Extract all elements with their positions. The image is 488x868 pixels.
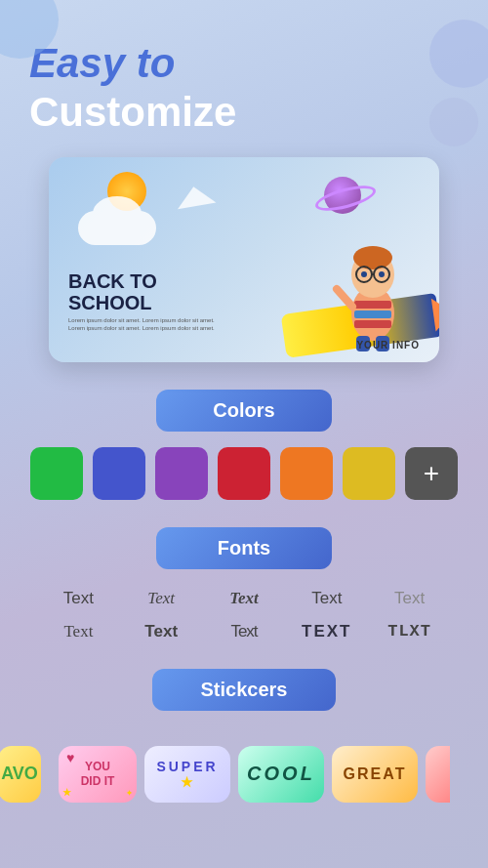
svg-point-9	[361, 271, 367, 277]
sticker-great-label: GREAT	[344, 765, 407, 783]
font-sample-3[interactable]: Text	[205, 585, 284, 612]
headline-line2: Customize	[29, 88, 236, 137]
sticker-avo-label: AVO	[1, 764, 38, 784]
stickers-row: AVO ♥ YOUDID IT ★ ✦ SUPER ★ COOL GREAT	[0, 746, 488, 803]
decorative-blob-mid	[429, 98, 478, 146]
sticker-avo-partial[interactable]: AVO	[0, 746, 41, 803]
swatch-orange[interactable]	[280, 447, 333, 500]
sticker-cool[interactable]: COOL	[238, 746, 324, 803]
youdid-icon: ♥	[66, 750, 74, 766]
stickers-button[interactable]: Stickcers	[152, 669, 337, 711]
card-lorem-text: Lorem ipsum dolor sit amet. Lorem ipsum …	[68, 317, 224, 333]
svg-rect-1	[354, 301, 391, 309]
fonts-grid: Text Text Text Text Text Text Text Text …	[39, 585, 449, 645]
card-cloud-decoration	[78, 211, 156, 245]
font-sample-2[interactable]: Text	[122, 585, 201, 612]
font-sample-8[interactable]: Text	[205, 618, 284, 645]
card-back-text: BACK TO	[68, 270, 224, 292]
card-school-text: SCHOOL	[68, 292, 224, 313]
add-color-button[interactable]: +	[405, 447, 458, 500]
svg-point-5	[353, 246, 392, 269]
card-planet-decoration	[324, 177, 361, 214]
sticker-next-partial[interactable]	[426, 746, 450, 803]
card-your-info: YOUR INFO	[356, 340, 420, 351]
svg-line-13	[337, 289, 352, 307]
font-sample-6[interactable]: Text	[39, 618, 118, 645]
sticker-youdid-label: YOUDID IT	[81, 760, 115, 788]
font-sample-10[interactable]: TLXT	[370, 618, 449, 645]
sticker-super-label: SUPER	[156, 759, 218, 774]
swatch-yellow[interactable]	[343, 447, 395, 500]
swatch-blue[interactable]	[93, 447, 145, 500]
svg-point-10	[379, 271, 385, 277]
card-plane-decoration	[175, 183, 217, 209]
font-sample-5[interactable]: Text	[370, 585, 449, 612]
super-star: ★	[181, 774, 195, 790]
star-deco2: ✦	[126, 789, 133, 799]
sticker-super[interactable]: SUPER ★	[144, 746, 230, 803]
headline: Easy to Customize	[29, 39, 236, 138]
svg-rect-2	[354, 310, 391, 318]
card-back-to-school: BACK TO SCHOOL Lorem ipsum dolor sit ame…	[68, 270, 224, 333]
preview-card: BACK TO SCHOOL Lorem ipsum dolor sit ame…	[49, 157, 439, 362]
star-deco: ★	[62, 787, 71, 799]
font-sample-9[interactable]: TEXT	[287, 618, 366, 645]
headline-line1: Easy to	[29, 39, 236, 88]
swatch-purple[interactable]	[155, 447, 208, 500]
sticker-great[interactable]: GREAT	[332, 746, 418, 803]
font-sample-4[interactable]: Text	[287, 585, 366, 612]
svg-rect-3	[354, 320, 391, 328]
sticker-cool-label: COOL	[247, 763, 315, 785]
sticker-youdid[interactable]: ♥ YOUDID IT ★ ✦	[59, 746, 137, 803]
card-kid-character	[327, 230, 420, 352]
swatch-green[interactable]	[30, 447, 83, 500]
colors-row: +	[30, 447, 458, 500]
fonts-button[interactable]: Fonts	[156, 527, 332, 569]
font-sample-1[interactable]: Text	[39, 585, 118, 612]
font-sample-7[interactable]: Text	[122, 618, 201, 645]
add-color-icon: +	[424, 458, 439, 489]
swatch-red[interactable]	[218, 447, 270, 500]
colors-button[interactable]: Colors	[156, 390, 332, 432]
